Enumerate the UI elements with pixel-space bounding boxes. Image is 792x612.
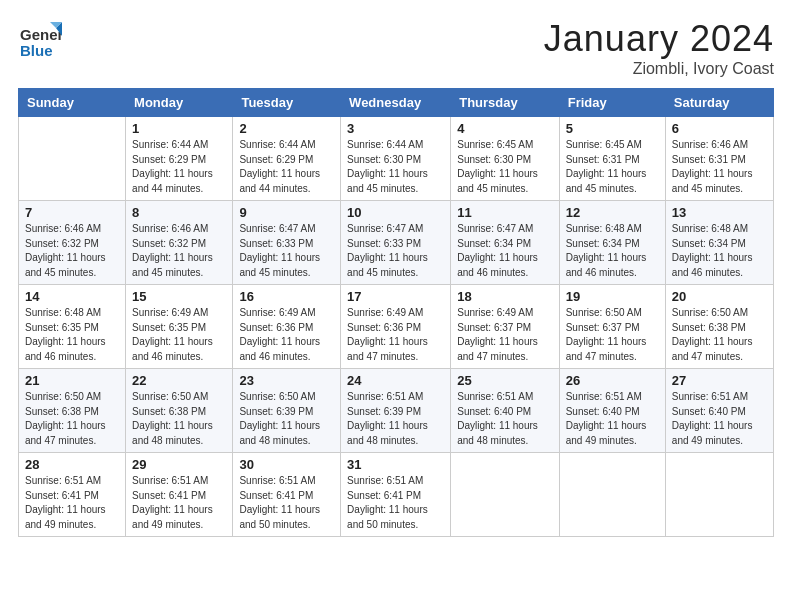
calendar-week-3: 14Sunrise: 6:48 AMSunset: 6:35 PMDayligh…	[19, 285, 774, 369]
day-detail: Sunrise: 6:51 AMSunset: 6:41 PMDaylight:…	[132, 474, 226, 532]
day-detail: Sunrise: 6:46 AMSunset: 6:32 PMDaylight:…	[25, 222, 119, 280]
svg-text:Blue: Blue	[20, 42, 53, 59]
day-number: 4	[457, 121, 552, 136]
day-detail: Sunrise: 6:51 AMSunset: 6:41 PMDaylight:…	[25, 474, 119, 532]
calendar-header-friday: Friday	[559, 89, 665, 117]
calendar-cell: 6Sunrise: 6:46 AMSunset: 6:31 PMDaylight…	[665, 117, 773, 201]
calendar-cell: 3Sunrise: 6:44 AMSunset: 6:30 PMDaylight…	[341, 117, 451, 201]
day-number: 20	[672, 289, 767, 304]
day-detail: Sunrise: 6:49 AMSunset: 6:36 PMDaylight:…	[347, 306, 444, 364]
calendar-header-tuesday: Tuesday	[233, 89, 341, 117]
day-detail: Sunrise: 6:45 AMSunset: 6:31 PMDaylight:…	[566, 138, 659, 196]
day-detail: Sunrise: 6:46 AMSunset: 6:31 PMDaylight:…	[672, 138, 767, 196]
calendar-cell: 20Sunrise: 6:50 AMSunset: 6:38 PMDayligh…	[665, 285, 773, 369]
calendar-cell	[559, 453, 665, 537]
calendar-cell: 8Sunrise: 6:46 AMSunset: 6:32 PMDaylight…	[126, 201, 233, 285]
calendar-cell: 29Sunrise: 6:51 AMSunset: 6:41 PMDayligh…	[126, 453, 233, 537]
day-number: 11	[457, 205, 552, 220]
day-detail: Sunrise: 6:51 AMSunset: 6:40 PMDaylight:…	[457, 390, 552, 448]
day-number: 16	[239, 289, 334, 304]
calendar-header-thursday: Thursday	[451, 89, 559, 117]
calendar-week-5: 28Sunrise: 6:51 AMSunset: 6:41 PMDayligh…	[19, 453, 774, 537]
calendar-header-sunday: Sunday	[19, 89, 126, 117]
calendar-cell: 13Sunrise: 6:48 AMSunset: 6:34 PMDayligh…	[665, 201, 773, 285]
calendar-cell: 14Sunrise: 6:48 AMSunset: 6:35 PMDayligh…	[19, 285, 126, 369]
day-detail: Sunrise: 6:50 AMSunset: 6:37 PMDaylight:…	[566, 306, 659, 364]
day-detail: Sunrise: 6:49 AMSunset: 6:37 PMDaylight:…	[457, 306, 552, 364]
day-detail: Sunrise: 6:47 AMSunset: 6:34 PMDaylight:…	[457, 222, 552, 280]
day-number: 10	[347, 205, 444, 220]
calendar-cell: 19Sunrise: 6:50 AMSunset: 6:37 PMDayligh…	[559, 285, 665, 369]
day-number: 25	[457, 373, 552, 388]
day-number: 5	[566, 121, 659, 136]
calendar-table: SundayMondayTuesdayWednesdayThursdayFrid…	[18, 88, 774, 537]
day-detail: Sunrise: 6:44 AMSunset: 6:29 PMDaylight:…	[239, 138, 334, 196]
day-detail: Sunrise: 6:50 AMSunset: 6:38 PMDaylight:…	[672, 306, 767, 364]
day-number: 13	[672, 205, 767, 220]
logo: General Blue	[18, 18, 62, 66]
calendar-cell: 27Sunrise: 6:51 AMSunset: 6:40 PMDayligh…	[665, 369, 773, 453]
calendar-cell	[19, 117, 126, 201]
day-number: 3	[347, 121, 444, 136]
day-number: 28	[25, 457, 119, 472]
calendar-cell: 30Sunrise: 6:51 AMSunset: 6:41 PMDayligh…	[233, 453, 341, 537]
calendar-cell: 7Sunrise: 6:46 AMSunset: 6:32 PMDaylight…	[19, 201, 126, 285]
day-detail: Sunrise: 6:44 AMSunset: 6:29 PMDaylight:…	[132, 138, 226, 196]
calendar-cell: 4Sunrise: 6:45 AMSunset: 6:30 PMDaylight…	[451, 117, 559, 201]
calendar-week-2: 7Sunrise: 6:46 AMSunset: 6:32 PMDaylight…	[19, 201, 774, 285]
month-title: January 2024	[544, 18, 774, 60]
day-detail: Sunrise: 6:46 AMSunset: 6:32 PMDaylight:…	[132, 222, 226, 280]
svg-text:General: General	[20, 26, 62, 43]
day-number: 29	[132, 457, 226, 472]
day-number: 24	[347, 373, 444, 388]
calendar-cell: 17Sunrise: 6:49 AMSunset: 6:36 PMDayligh…	[341, 285, 451, 369]
day-detail: Sunrise: 6:50 AMSunset: 6:39 PMDaylight:…	[239, 390, 334, 448]
calendar-cell: 31Sunrise: 6:51 AMSunset: 6:41 PMDayligh…	[341, 453, 451, 537]
day-detail: Sunrise: 6:48 AMSunset: 6:34 PMDaylight:…	[672, 222, 767, 280]
day-detail: Sunrise: 6:50 AMSunset: 6:38 PMDaylight:…	[132, 390, 226, 448]
calendar-week-1: 1Sunrise: 6:44 AMSunset: 6:29 PMDaylight…	[19, 117, 774, 201]
location: Ziombli, Ivory Coast	[544, 60, 774, 78]
logo-icon: General Blue	[18, 18, 62, 62]
calendar-cell: 18Sunrise: 6:49 AMSunset: 6:37 PMDayligh…	[451, 285, 559, 369]
header: General Blue January 2024 Ziombli, Ivory…	[18, 18, 774, 78]
day-detail: Sunrise: 6:50 AMSunset: 6:38 PMDaylight:…	[25, 390, 119, 448]
day-detail: Sunrise: 6:51 AMSunset: 6:41 PMDaylight:…	[239, 474, 334, 532]
calendar-cell: 1Sunrise: 6:44 AMSunset: 6:29 PMDaylight…	[126, 117, 233, 201]
calendar-cell: 5Sunrise: 6:45 AMSunset: 6:31 PMDaylight…	[559, 117, 665, 201]
day-number: 8	[132, 205, 226, 220]
day-detail: Sunrise: 6:48 AMSunset: 6:34 PMDaylight:…	[566, 222, 659, 280]
page: General Blue January 2024 Ziombli, Ivory…	[0, 0, 792, 612]
day-detail: Sunrise: 6:47 AMSunset: 6:33 PMDaylight:…	[239, 222, 334, 280]
calendar-header-monday: Monday	[126, 89, 233, 117]
day-number: 17	[347, 289, 444, 304]
day-detail: Sunrise: 6:49 AMSunset: 6:35 PMDaylight:…	[132, 306, 226, 364]
day-number: 2	[239, 121, 334, 136]
day-detail: Sunrise: 6:51 AMSunset: 6:41 PMDaylight:…	[347, 474, 444, 532]
day-detail: Sunrise: 6:51 AMSunset: 6:39 PMDaylight:…	[347, 390, 444, 448]
calendar-cell	[665, 453, 773, 537]
calendar-cell: 21Sunrise: 6:50 AMSunset: 6:38 PMDayligh…	[19, 369, 126, 453]
calendar-header-row: SundayMondayTuesdayWednesdayThursdayFrid…	[19, 89, 774, 117]
calendar-cell	[451, 453, 559, 537]
calendar-cell: 16Sunrise: 6:49 AMSunset: 6:36 PMDayligh…	[233, 285, 341, 369]
day-number: 31	[347, 457, 444, 472]
day-detail: Sunrise: 6:51 AMSunset: 6:40 PMDaylight:…	[566, 390, 659, 448]
day-number: 23	[239, 373, 334, 388]
day-number: 9	[239, 205, 334, 220]
day-number: 6	[672, 121, 767, 136]
calendar-header-wednesday: Wednesday	[341, 89, 451, 117]
day-number: 7	[25, 205, 119, 220]
day-number: 19	[566, 289, 659, 304]
day-number: 15	[132, 289, 226, 304]
calendar-cell: 25Sunrise: 6:51 AMSunset: 6:40 PMDayligh…	[451, 369, 559, 453]
calendar-cell: 23Sunrise: 6:50 AMSunset: 6:39 PMDayligh…	[233, 369, 341, 453]
calendar-week-4: 21Sunrise: 6:50 AMSunset: 6:38 PMDayligh…	[19, 369, 774, 453]
calendar-cell: 10Sunrise: 6:47 AMSunset: 6:33 PMDayligh…	[341, 201, 451, 285]
day-detail: Sunrise: 6:45 AMSunset: 6:30 PMDaylight:…	[457, 138, 552, 196]
day-detail: Sunrise: 6:49 AMSunset: 6:36 PMDaylight:…	[239, 306, 334, 364]
calendar-cell: 11Sunrise: 6:47 AMSunset: 6:34 PMDayligh…	[451, 201, 559, 285]
day-detail: Sunrise: 6:51 AMSunset: 6:40 PMDaylight:…	[672, 390, 767, 448]
day-detail: Sunrise: 6:47 AMSunset: 6:33 PMDaylight:…	[347, 222, 444, 280]
calendar-cell: 2Sunrise: 6:44 AMSunset: 6:29 PMDaylight…	[233, 117, 341, 201]
